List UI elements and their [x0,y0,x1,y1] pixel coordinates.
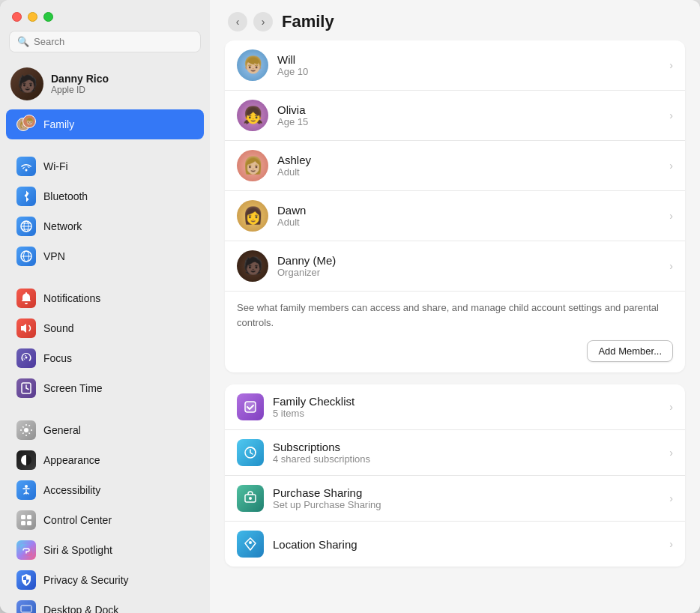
member-role: Age 15 [277,116,660,127]
sidebar-item-focus[interactable]: Focus [6,343,204,373]
member-name: Dawn [277,204,660,217]
sidebar-item-notifications[interactable]: Notifications [6,283,204,313]
sidebar-item-network[interactable]: Network [6,211,204,241]
screen-time-icon [16,378,36,398]
member-row[interactable]: 👧 Olivia Age 15 › [225,91,685,141]
appearance-icon [16,450,36,470]
user-subtitle: Apple ID [51,85,109,95]
member-row[interactable]: 👩 Dawn Adult › [225,191,685,241]
chevron-right-icon: › [669,160,673,172]
sidebar-item-label: Screen Time [43,382,103,394]
svg-point-23 [249,497,252,500]
svg-rect-16 [27,521,31,525]
member-row[interactable]: 👦🏼 Will Age 10 › [225,40,685,91]
add-member-button[interactable]: Add Member... [587,340,673,362]
network-icon [16,217,36,236]
user-profile[interactable]: 🧑🏿 Danny Rico Apple ID [0,61,210,106]
minimize-button[interactable] [28,12,37,22]
search-box[interactable]: 🔍 [9,31,201,52]
sidebar-item-control-center[interactable]: Control Center [6,505,204,535]
sidebar-item-label: Focus [43,352,72,364]
search-icon: 🔍 [17,36,29,47]
sidebar-item-family[interactable]: 👩🏼 👦🏼 Family [6,109,204,139]
sidebar-item-screen-time[interactable]: Screen Time [6,373,204,403]
sidebar-item-label: Network [43,220,82,232]
svg-rect-18 [21,606,31,612]
close-button[interactable] [12,12,22,22]
avatar: 👩🏼 [237,150,268,181]
maximize-button[interactable] [43,12,53,22]
search-input[interactable] [34,36,193,47]
notifications-icon [16,289,36,308]
member-role: Adult [277,166,660,178]
sidebar-item-label: Desktop & Dock [43,604,118,613]
avatar: 👧 [237,100,268,131]
member-name: Olivia [277,103,660,116]
svg-rect-14 [27,515,31,519]
member-name: Will [277,53,660,66]
desktop-icon [16,600,36,613]
focus-icon [16,348,36,368]
sidebar-item-label: Appearance [43,454,100,466]
svg-rect-15 [21,521,25,525]
family-icon: 👩🏼 👦🏼 [16,115,36,134]
bluetooth-icon [16,187,36,206]
members-card: 👦🏼 Will Age 10 › 👧 Olivia Age 15 › [225,40,685,372]
chevron-right-icon: › [669,538,673,550]
sidebar-item-wifi[interactable]: Wi-Fi [6,151,204,181]
member-row[interactable]: 🧑🏿 Danny (Me) Organizer › [225,241,685,292]
page-title: Family [282,12,334,31]
feature-row[interactable]: Family Checklist 5 items › [225,384,685,430]
family-description: See what family members can access and s… [225,292,685,330]
member-name: Danny (Me) [277,254,660,267]
sidebar-item-privacy[interactable]: Privacy & Security [6,565,204,595]
user-name: Danny Rico [51,73,109,85]
location-sharing-icon [237,531,264,558]
chevron-right-icon: › [669,260,673,272]
sidebar-item-label: Control Center [43,514,112,526]
sidebar-item-bluetooth[interactable]: Bluetooth [6,181,204,211]
sidebar-item-accessibility[interactable]: Accessibility [6,475,204,505]
chevron-right-icon: › [669,210,673,222]
feature-name: Family Checklist [273,395,660,408]
back-button[interactable]: ‹ [228,12,247,31]
chevron-right-icon: › [669,492,673,504]
sidebar-item-desktop[interactable]: Desktop & Dock [6,595,204,613]
traffic-lights [0,0,210,31]
sidebar-item-vpn[interactable]: VPN [6,241,204,271]
svg-point-12 [25,485,28,488]
sidebar-item-general[interactable]: General [6,415,204,445]
chevron-right-icon: › [669,447,673,459]
avatar: 🧑🏿 [10,67,43,100]
sidebar-item-label: Family [43,118,74,130]
sidebar-item-label: Siri & Spotlight [43,544,112,556]
svg-point-10 [24,428,28,432]
content-area: 👦🏼 Will Age 10 › 👧 Olivia Age 15 › [210,40,700,613]
svg-rect-17 [20,544,32,556]
svg-point-24 [249,541,252,544]
avatar: 👩 [237,200,268,232]
chevron-right-icon: › [669,109,673,121]
feature-name: Location Sharing [273,538,660,551]
feature-row[interactable]: Purchase Sharing Set up Purchase Sharing… [225,476,685,522]
sidebar-item-sound[interactable]: Sound [6,313,204,343]
sidebar: 🔍 🧑🏿 Danny Rico Apple ID 👩🏼 👦🏼 Family [0,0,210,613]
sidebar-item-label: General [43,424,81,436]
sidebar-item-label: VPN [43,250,65,262]
accessibility-icon [16,480,36,500]
sidebar-item-siri[interactable]: Siri & Spotlight [6,535,204,565]
member-role: Age 10 [277,66,660,77]
feature-subtitle: 5 items [273,408,660,419]
svg-rect-13 [21,515,25,519]
feature-name: Purchase Sharing [273,486,660,499]
avatar: 🧑🏿 [237,250,268,282]
feature-row[interactable]: Subscriptions 4 shared subscriptions › [225,430,685,476]
sound-icon [16,318,36,338]
member-row[interactable]: 👩🏼 Ashley Adult › [225,141,685,191]
feature-subtitle: Set up Purchase Sharing [273,499,660,510]
sidebar-item-label: Accessibility [43,484,100,496]
feature-row[interactable]: Location Sharing › [225,522,685,567]
svg-point-8 [25,357,28,359]
forward-button[interactable]: › [253,12,273,31]
sidebar-item-appearance[interactable]: Appearance [6,445,204,475]
